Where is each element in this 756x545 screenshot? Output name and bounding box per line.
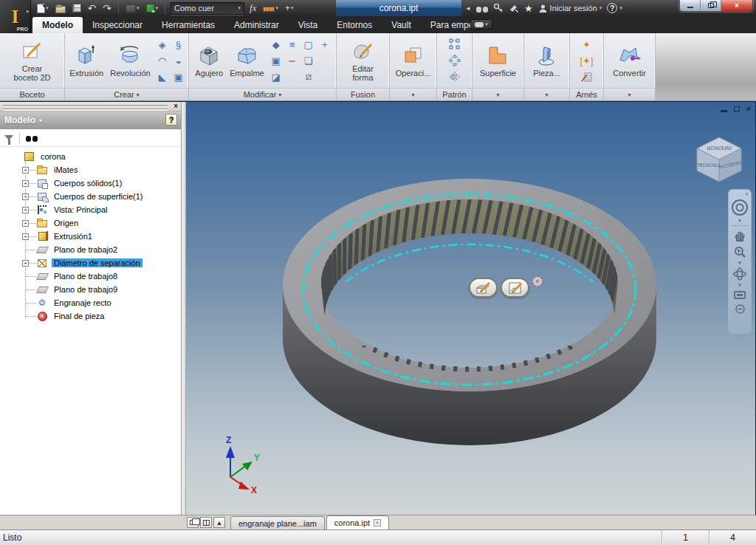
tree-item-final-pieza[interactable]: × Final de pieza xyxy=(0,309,181,323)
superficie-button[interactable]: Superficie xyxy=(478,42,518,79)
tile-windows-button[interactable] xyxy=(200,517,212,528)
redo-button[interactable]: ↷ xyxy=(101,1,113,16)
restore-button[interactable] xyxy=(701,0,721,11)
subscription-button[interactable] xyxy=(493,3,504,13)
doc-minimize-icon[interactable] xyxy=(721,110,727,112)
tree-item-origen[interactable]: + Origen xyxy=(0,216,181,230)
tree-item-imates[interactable]: + iMates xyxy=(0,163,181,176)
minitoolbar-dismiss-icon[interactable]: × xyxy=(532,276,543,287)
edit-pin-icon[interactable]: [✦] xyxy=(580,53,594,68)
doc-tab-engranaje[interactable]: engranaje plane...iam xyxy=(230,516,325,529)
pin-table-icon[interactable] xyxy=(580,69,594,84)
create-sketch-2d-button[interactable]: Crear boceto 2D xyxy=(11,38,52,83)
parameters-button[interactable]: fx xyxy=(248,1,258,16)
pan-button[interactable] xyxy=(733,229,746,242)
browser-header[interactable]: Modelo▾ ? xyxy=(0,112,181,129)
panel-label-crear[interactable]: Crear▾ xyxy=(65,88,188,100)
tree-item-plano-trabajo2[interactable]: Plano de trabajo2 xyxy=(0,243,181,256)
pieza-button[interactable]: Pieza... xyxy=(531,42,563,79)
new-file-button[interactable]: ▾ xyxy=(35,1,50,16)
measure-button[interactable]: ▾ xyxy=(261,1,280,16)
tab-administrar[interactable]: Administrar xyxy=(224,16,289,33)
thread-icon[interactable]: ≡ xyxy=(285,37,300,52)
panel-label-fusion[interactable]: Fusion xyxy=(337,88,389,100)
sweep-icon[interactable]: ◠ xyxy=(155,53,170,68)
look-at-button[interactable] xyxy=(733,289,746,301)
split-icon[interactable]: ◪ xyxy=(269,69,284,84)
derive-icon[interactable]: ▣ xyxy=(171,69,186,84)
tab-modelo[interactable]: Modelo xyxy=(32,17,83,33)
tree-item-plano-trabajo9[interactable]: Plano de trabajo9 xyxy=(0,283,181,296)
open-button[interactable] xyxy=(54,1,67,16)
chamfer-icon[interactable]: ◆ xyxy=(269,37,284,52)
cascade-windows-button[interactable] xyxy=(187,517,199,528)
shell-icon[interactable]: ▢ xyxy=(301,37,316,52)
help-button[interactable]: ?▾ xyxy=(607,3,622,13)
doc-close-icon[interactable]: × xyxy=(746,105,751,113)
panel-label-superficie[interactable]: ▾ xyxy=(472,88,523,100)
mirror-icon[interactable] xyxy=(447,69,462,84)
operaciones-button[interactable]: Operaci... xyxy=(394,42,433,79)
extrusion-button[interactable]: Extrusión xyxy=(67,42,106,79)
circular-pattern-icon[interactable] xyxy=(447,53,462,68)
favorites-button[interactable]: ★ xyxy=(524,3,533,14)
save-button[interactable] xyxy=(71,1,83,16)
view-cube[interactable]: INFERIOR FRONTAL DERECHA xyxy=(689,130,749,191)
edit-sketch-button[interactable] xyxy=(501,278,529,298)
panel-label-modificar[interactable]: Modificar▾ xyxy=(189,88,336,100)
browser-grip[interactable]: × xyxy=(0,102,181,112)
search-button[interactable] xyxy=(476,4,488,13)
select-button[interactable]: ▾ xyxy=(145,1,160,16)
undo-button[interactable]: ↶ xyxy=(86,1,98,16)
panel-label-patron[interactable]: Patrón xyxy=(437,88,472,100)
tree-item-cuerpos-solidos[interactable]: + Cuerpos sólidos(1) xyxy=(0,176,181,190)
copy-object-icon[interactable]: ❏ xyxy=(301,53,316,68)
tree-item-plano-trabajo8[interactable]: Plano de trabajo8 xyxy=(0,270,181,283)
viewport-3d[interactable]: × INFERIOR FRONTAL DERECHA × ▾ xyxy=(186,102,755,515)
tab-vista[interactable]: Vista xyxy=(289,16,327,33)
collapse-infocenter-button[interactable]: ◄ xyxy=(465,5,471,12)
loft-icon[interactable]: ◈ xyxy=(155,37,170,52)
appearance-combo[interactable]: Como cuer▾ xyxy=(171,2,244,15)
tree-item-extrusion1[interactable]: + Extrusión1 xyxy=(0,230,181,243)
browser-help-icon[interactable]: ? xyxy=(165,114,177,126)
filter-icon[interactable] xyxy=(4,135,13,140)
tab-close-icon[interactable]: × xyxy=(374,519,381,527)
panel-label-boceto[interactable]: Boceto xyxy=(0,88,64,100)
convertir-button[interactable]: Convertir xyxy=(611,42,648,79)
editar-forma-button[interactable]: Editar forma xyxy=(348,38,378,83)
tab-entornos[interactable]: Entornos xyxy=(327,16,382,33)
tree-item-corona[interactable]: corona xyxy=(0,150,181,163)
navbar-customize-button[interactable] xyxy=(735,304,745,314)
zoom-button[interactable] xyxy=(733,245,746,258)
sculpt-icon[interactable]: ∽ xyxy=(285,53,300,68)
customize-qat-button[interactable]: +▾ xyxy=(284,1,295,16)
panel-label-convertir[interactable]: ▾ xyxy=(604,88,655,100)
application-menu-button[interactable]: I PRO ▾ xyxy=(0,0,31,33)
revolucion-button[interactable]: Revolución xyxy=(108,42,152,79)
tree-item-cuerpos-superficie[interactable]: + Cuerpos de superficie(1) xyxy=(0,190,181,203)
signin-button[interactable]: Iniciar sesión ▾ xyxy=(538,4,602,13)
agujero-button[interactable]: Agujero xyxy=(193,42,225,79)
orbit-button[interactable] xyxy=(732,267,747,281)
navbar-close-icon[interactable]: × xyxy=(745,191,749,197)
close-button[interactable]: × xyxy=(721,0,752,11)
panel-label-arnes[interactable]: Arnés xyxy=(570,88,603,100)
steering-wheel-button[interactable] xyxy=(731,199,749,216)
empalme-button[interactable]: Empalme xyxy=(227,42,266,79)
move-face-icon[interactable]: + xyxy=(317,37,332,52)
print-button[interactable]: ▾ xyxy=(124,1,141,16)
expand-tabs-button[interactable]: ▲ xyxy=(213,517,225,528)
minimize-button[interactable] xyxy=(680,0,701,11)
browser-close-icon[interactable]: × xyxy=(173,102,178,110)
edit-feature-button[interactable] xyxy=(469,278,498,298)
gear-model[interactable] xyxy=(186,102,755,515)
doc-tab-corona[interactable]: corona.ipt× xyxy=(326,515,389,529)
tree-item-engranaje-recto[interactable]: ⚙ Engranaje recto xyxy=(0,296,181,309)
combine-icon[interactable]: ⧄ xyxy=(301,69,316,84)
tab-inspeccionar[interactable]: Inspeccionar xyxy=(83,16,152,33)
emboss-icon[interactable]: ◒ xyxy=(171,53,186,68)
tree-item-diametro-separacion[interactable]: + Diámetro de separación xyxy=(0,256,181,270)
panel-label-pieza[interactable]: ▾ xyxy=(524,88,569,100)
rectangular-pattern-icon[interactable] xyxy=(447,37,462,52)
